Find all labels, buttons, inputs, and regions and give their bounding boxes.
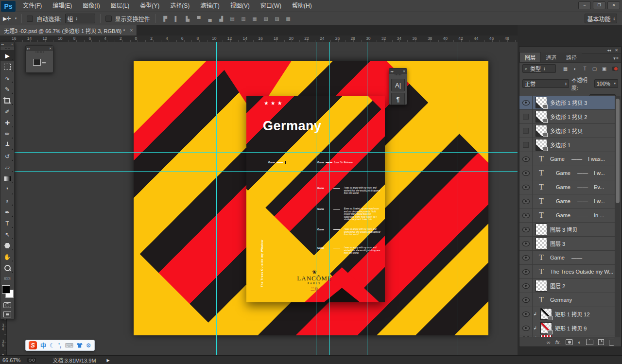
visibility-toggle[interactable]	[519, 124, 533, 138]
close-panel-icon[interactable]: ✕	[403, 69, 405, 73]
layer-thumbnail[interactable]	[536, 280, 547, 292]
layer-name[interactable]: Game——In ...	[556, 212, 604, 218]
eraser-tool[interactable]: ▱	[0, 162, 14, 173]
workspace-switcher[interactable]: 基本功能 ▴▾	[585, 14, 617, 23]
moon-icon[interactable]: ☾	[50, 342, 55, 349]
layer-thumbnail[interactable]	[536, 224, 547, 235]
menu-item-8[interactable]: 窗口(W)	[255, 0, 287, 12]
layer-name[interactable]: Game——I w...	[556, 170, 605, 176]
filter-shape-layers-icon[interactable]: ▢	[590, 65, 599, 72]
paragraph-panel-button[interactable]: ¶	[391, 93, 405, 105]
layer-name[interactable]: 多边形 1 拷贝 2	[550, 113, 587, 121]
visibility-toggle[interactable]	[519, 166, 533, 180]
layer-thumbnail[interactable]	[536, 125, 547, 137]
layer-thumbnail[interactable]	[536, 139, 547, 151]
align-horizontal-centers-icon[interactable]: ▄	[205, 14, 215, 23]
auto-select-dropdown[interactable]: 组 ▴▾	[65, 14, 95, 23]
blend-mode-dropdown[interactable]: 正常 ▴▾	[522, 79, 569, 88]
distribute-top-edges-icon[interactable]: ▤	[227, 14, 238, 23]
layer-name[interactable]: Game——I w...	[556, 198, 605, 204]
tool-preset-caret-icon[interactable]: ▾	[15, 17, 17, 20]
chinese-mode-icon[interactable]: 中	[40, 341, 46, 349]
expand-panel-icon[interactable]: ▸▸	[391, 69, 394, 73]
status-expand-icon[interactable]: ▶	[107, 358, 110, 363]
move-tool[interactable]: ▶	[0, 50, 14, 61]
panel-thumbnail-icon[interactable]	[32, 56, 47, 68]
guide-vertical[interactable]	[316, 42, 316, 355]
align-top-edges-icon[interactable]: ▛	[160, 14, 171, 23]
layers-scrollbar[interactable]	[615, 96, 621, 337]
layer-name[interactable]: 多边形 1 拷贝	[550, 127, 583, 135]
distribute-horizontal-centers-icon[interactable]: ▨	[272, 14, 282, 23]
path-selection-tool[interactable]: ↖	[0, 229, 14, 240]
layer-name[interactable]: 图层 3	[550, 240, 565, 247]
layer-row-10[interactable]: 图层 3	[519, 237, 615, 251]
layer-row-8[interactable]: TGame——In ...	[519, 208, 615, 223]
layer-thumbnail[interactable]	[536, 97, 547, 108]
layer-row-11[interactable]: TGame——	[519, 251, 615, 265]
menu-item-4[interactable]: 类型(Y)	[135, 0, 165, 12]
layer-name[interactable]: 矩形 1 拷贝 12	[555, 310, 590, 318]
filter-toggle-switch[interactable]	[612, 67, 618, 71]
spot-healing-brush-tool[interactable]: ✚	[0, 117, 14, 128]
visibility-toggle[interactable]	[519, 321, 533, 335]
menu-item-1[interactable]: 编辑(E)	[47, 0, 77, 12]
visibility-toggle[interactable]	[519, 180, 533, 194]
close-panel-icon[interactable]: ✕	[49, 47, 52, 50]
collapsed-panel[interactable]: ▸▸✕	[25, 45, 53, 73]
show-transform-checkbox[interactable]	[105, 16, 112, 22]
history-brush-tool[interactable]: ↺	[0, 151, 14, 162]
distribute-bottom-edges-icon[interactable]: ▦	[250, 14, 260, 23]
gradient-tool[interactable]	[0, 173, 14, 184]
layer-thumbnail[interactable]	[540, 322, 552, 334]
minimize-button[interactable]: –	[578, 1, 591, 9]
guide-horizontal[interactable]	[7, 152, 518, 153]
layer-name[interactable]: The Trees Outside my W...	[550, 269, 613, 275]
layer-name[interactable]: 图层 3 拷贝	[550, 225, 577, 233]
filter-type-layers-icon[interactable]: T	[581, 65, 589, 72]
layer-row-14[interactable]: TGermany	[519, 293, 615, 307]
character-paragraph-panel[interactable]: ▸▸✕ A|¶	[389, 68, 407, 105]
layer-row-2[interactable]: 多边形 1 拷贝	[519, 124, 615, 138]
link-icon[interactable]: ∞	[547, 339, 551, 345]
menu-item-7[interactable]: 视图(V)	[225, 0, 255, 12]
layer-thumbnail[interactable]	[540, 308, 552, 320]
menu-item-9[interactable]: 帮助(H)	[287, 0, 317, 12]
layer-row-12[interactable]: TThe Trees Outside my W...	[519, 265, 615, 279]
shirt-icon[interactable]	[77, 343, 83, 348]
punctuation-icon[interactable]: ’,	[58, 342, 62, 349]
layer-row-15[interactable]: ↲矩形 1 拷贝 12	[519, 307, 615, 321]
new-layer-icon[interactable]	[598, 339, 604, 345]
layer-row-0[interactable]: 多边形 1 拷贝 3	[519, 96, 615, 110]
restore-button[interactable]: ❐	[593, 1, 605, 9]
brush-tool[interactable]: ✏	[0, 128, 14, 139]
layer-row-4[interactable]: TGame——I was...	[519, 152, 615, 166]
close-panel-icon[interactable]: ✕	[11, 43, 13, 46]
menu-item-3[interactable]: 图层(L)	[105, 0, 135, 12]
clone-stamp-tool[interactable]: ┻	[0, 139, 14, 151]
guide-vertical[interactable]	[216, 42, 217, 355]
delete-layer-icon[interactable]	[609, 339, 614, 346]
layer-name[interactable]: 矩形 1 拷贝 9	[555, 324, 587, 332]
menu-item-5[interactable]: 选择(S)	[165, 0, 195, 12]
layer-row-6[interactable]: TGame——Ev...	[519, 180, 615, 194]
menu-item-6[interactable]: 滤镜(T)	[195, 0, 225, 12]
distribute-right-edges-icon[interactable]: ▩	[283, 14, 294, 23]
align-vertical-centers-icon[interactable]: ▌	[172, 14, 182, 23]
horizontal-ruler[interactable]: 1614121086420246810121416182022242628303…	[7, 35, 518, 42]
layer-row-7[interactable]: TGame——I w...	[519, 194, 615, 208]
filter-type-dropdown[interactable]: ⌕ 类型 ▴▾	[522, 64, 556, 73]
blur-tool[interactable]: ❜	[0, 184, 14, 195]
visibility-toggle[interactable]	[519, 223, 533, 236]
expand-panel-icon[interactable]: ▸▸	[27, 47, 30, 50]
tab-通道[interactable]: 通道	[541, 52, 561, 62]
layer-row-1[interactable]: 多边形 1 拷贝 2	[519, 110, 615, 124]
layer-name[interactable]: Game——Ev...	[556, 184, 604, 190]
opacity-input[interactable]: 100% ▾	[594, 79, 618, 88]
layer-name[interactable]: 多边形 1	[550, 141, 570, 149]
layer-row-9[interactable]: 图层 3 拷贝	[519, 223, 615, 237]
layer-name[interactable]: 多边形 1 拷贝 3	[550, 99, 587, 106]
filter-pixel-layers-icon[interactable]: ▦	[561, 65, 570, 72]
layer-row-5[interactable]: TGame——I w...	[519, 166, 615, 180]
new-group-icon[interactable]	[586, 339, 593, 345]
